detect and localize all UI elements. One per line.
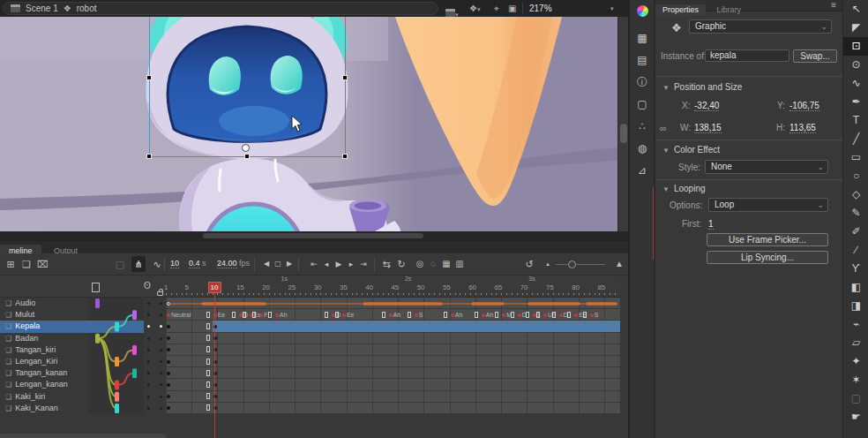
- layer-visibility-dot[interactable]: [147, 396, 150, 398]
- layer-frames-kaki_kanan[interactable]: [166, 403, 620, 414]
- layer-name-tangan_kanan[interactable]: ❏Tangan_kanan: [0, 367, 88, 379]
- go-last-frame-icon[interactable]: ⇥: [356, 256, 370, 272]
- layer-lock-dot[interactable]: [160, 360, 162, 363]
- viseme-keyframe-dot[interactable]: [275, 313, 279, 317]
- layer-visibility-dot[interactable]: [147, 407, 150, 410]
- viseme-keyframe-dot[interactable]: [482, 313, 485, 317]
- new-layer-icon[interactable]: ⊞: [4, 256, 18, 272]
- selection-handle-bottom-left[interactable]: [146, 154, 152, 159]
- viseme-keyframe-dot[interactable]: [574, 313, 578, 317]
- viseme-keyframe-dot[interactable]: [590, 313, 594, 317]
- layer-visibility-dot[interactable]: [147, 383, 150, 386]
- onion-skin-icon[interactable]: ◎: [413, 256, 427, 272]
- viseme-keyframe-dot[interactable]: [502, 313, 505, 317]
- instance-name-field[interactable]: kepala: [705, 49, 789, 62]
- timeline-zoom-knob[interactable]: [568, 261, 576, 268]
- layer-frames-lengan_kanan[interactable]: [166, 379, 620, 390]
- layer-frames-tangan_kiri[interactable]: [166, 344, 620, 356]
- layer-lock-dot[interactable]: [160, 313, 162, 316]
- selection-tool[interactable]: ↖: [843, 0, 868, 19]
- panel-menu-icon[interactable]: ≡: [831, 0, 836, 10]
- zoom-out-timeline-icon[interactable]: ▴: [541, 256, 555, 272]
- viseme-keyframe-dot[interactable]: [559, 313, 563, 317]
- layer-frames-kaki_kiri[interactable]: [166, 391, 620, 403]
- layer-lock-dot[interactable]: [160, 383, 162, 386]
- layer-name-audio[interactable]: ❏Audio: [0, 298, 88, 309]
- style-dropdown[interactable]: None⌄: [705, 160, 828, 174]
- text-tool[interactable]: T: [843, 111, 868, 130]
- current-frame-value[interactable]: 10: [170, 259, 179, 268]
- eraser-tool[interactable]: ▱: [843, 334, 868, 352]
- keyframe-dot[interactable]: [167, 395, 170, 398]
- info-panel-icon[interactable]: ⓘ: [630, 72, 655, 94]
- swap-button[interactable]: Swap...: [793, 49, 837, 63]
- show-graph-icon[interactable]: ∿: [150, 256, 164, 272]
- classic-brush-tool[interactable]: ✐: [843, 223, 868, 241]
- layer-lock-dot[interactable]: [160, 325, 162, 328]
- center-stage-icon[interactable]: ⌖: [494, 0, 499, 17]
- breadcrumb-symbol[interactable]: robot: [77, 2, 97, 15]
- zoom-chevron-icon[interactable]: ▾: [610, 5, 614, 12]
- tab-properties[interactable]: Properties: [655, 4, 706, 16]
- layer-name-kepala[interactable]: ❏Kepala: [0, 321, 144, 332]
- free-transform-tool[interactable]: ⊡: [843, 37, 868, 56]
- layer-lock-dot[interactable]: [160, 407, 162, 410]
- stage-canvas[interactable]: [0, 17, 617, 231]
- stage-vertical-scrollbar[interactable]: [617, 17, 628, 231]
- layer-visibility-dot[interactable]: [147, 349, 150, 351]
- layer-frames-tangan_kanan[interactable]: [166, 367, 620, 379]
- paint-bucket-tool[interactable]: ◧: [843, 278, 868, 297]
- align-panel-icon[interactable]: ▤: [630, 49, 655, 72]
- keyframe-dot[interactable]: [167, 360, 170, 364]
- w-value[interactable]: 138,15: [694, 123, 722, 133]
- frame-rate-value[interactable]: 24.00 fps: [217, 259, 250, 268]
- pencil-tool[interactable]: ✎: [843, 204, 868, 223]
- fluid-brush-tool[interactable]: ∕: [843, 241, 868, 260]
- keyframe-dot[interactable]: [167, 372, 170, 375]
- pen-tool[interactable]: ✒: [843, 93, 868, 111]
- bone-tool[interactable]: Ƴ: [843, 260, 868, 278]
- layer-frames-kepala[interactable]: [166, 321, 620, 332]
- selected-frame-span[interactable]: [213, 321, 620, 331]
- camera-tool[interactable]: ▢: [843, 389, 868, 408]
- gradient-transform-tool[interactable]: ⊙: [843, 56, 868, 74]
- show-camera-icon[interactable]: ▢: [113, 256, 127, 272]
- swatches-panel-icon[interactable]: ▦: [630, 27, 655, 49]
- selection-handle-bottom-center[interactable]: [244, 154, 250, 159]
- elapsed-time-value[interactable]: 0.4 s: [189, 259, 206, 268]
- polystar-tool[interactable]: ◇: [843, 185, 868, 204]
- symbol-type-dropdown[interactable]: Graphic⌄: [689, 19, 832, 34]
- layer-name-mulut[interactable]: ❏Mulut: [0, 309, 88, 321]
- viseme-keyframe-dot[interactable]: [389, 313, 393, 317]
- transform-point[interactable]: [242, 144, 250, 152]
- zoom-level[interactable]: 217%: [529, 2, 552, 15]
- layer-name-lengan_kanan[interactable]: ❏Lengan_kanan: [0, 379, 88, 390]
- viseme-keyframe-dot[interactable]: [518, 313, 521, 317]
- section-position-size[interactable]: ▼Position and Size: [662, 82, 742, 92]
- onion-skin-outlines-icon[interactable]: ◌: [426, 256, 440, 272]
- next-marker-icon[interactable]: ▶: [282, 256, 296, 272]
- rectangle-tool[interactable]: ▭: [843, 148, 868, 167]
- section-color-effect[interactable]: ▼Color Effect: [662, 145, 720, 155]
- color-panel-icon[interactable]: [630, 5, 655, 27]
- viseme-keyframe-dot[interactable]: [451, 313, 454, 317]
- edit-symbols-icon[interactable]: ❖▾: [469, 0, 480, 18]
- layer-lock-dot[interactable]: [160, 349, 162, 351]
- playhead-line[interactable]: [214, 292, 215, 438]
- layer-lock-dot[interactable]: [160, 337, 162, 340]
- v-scroll-thumb[interactable]: [620, 124, 627, 143]
- layer-name-badan[interactable]: ❏Badan: [0, 333, 88, 344]
- pin-tool[interactable]: ✶: [843, 371, 868, 389]
- layer-name-tangan_kiri[interactable]: ❏Tangan_kiri: [0, 344, 88, 356]
- motion-presets-panel-icon[interactable]: ⊿: [630, 160, 655, 182]
- lock-column-icon[interactable]: [157, 283, 163, 298]
- layer-visibility-dot[interactable]: [147, 325, 150, 328]
- layer-visibility-dot[interactable]: [147, 337, 150, 340]
- clip-content-icon[interactable]: ▣: [508, 0, 516, 17]
- viseme-keyframe-dot[interactable]: [167, 313, 170, 317]
- layer-frames-mulut[interactable]: NeutralEeDEeFAhDEeAhSAhAhMDLUhDEeS: [166, 309, 620, 321]
- link-dimensions-icon[interactable]: ∞: [660, 123, 667, 133]
- selection-handle-bottom-right[interactable]: [342, 154, 348, 159]
- subselection-tool[interactable]: ◤: [843, 19, 868, 37]
- layer-frames-badan[interactable]: [166, 333, 620, 344]
